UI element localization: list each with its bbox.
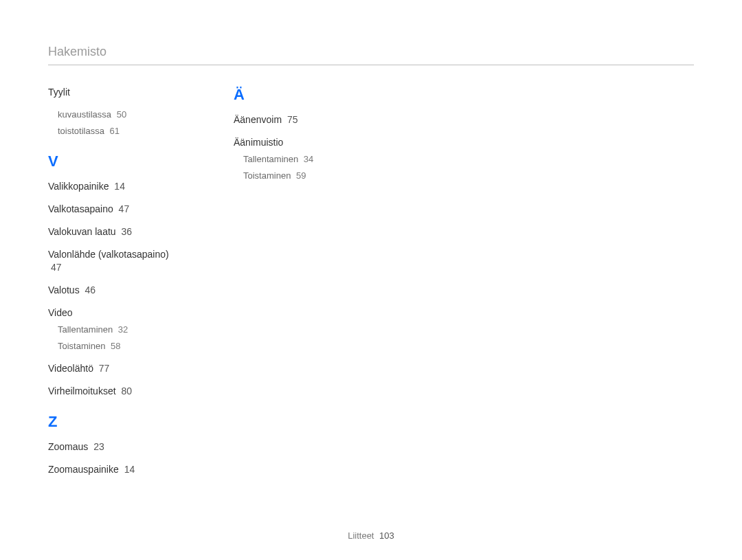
- entry-zoomauspainike: Zoomauspainike 14: [48, 463, 179, 476]
- sub-label: kuvaustilassa: [58, 109, 111, 120]
- entry-page: 36: [121, 226, 132, 237]
- sub-page: 58: [111, 341, 120, 351]
- sub-aani-toistaminen: Toistaminen 59: [243, 170, 364, 182]
- sub-page: 32: [118, 324, 128, 335]
- sub-label: Toistaminen: [58, 341, 105, 351]
- entry-valotus: Valotus 46: [48, 284, 179, 297]
- sub-toistotilassa: toistotilassa 61: [58, 125, 179, 137]
- entry-page: 47: [51, 262, 62, 273]
- sub-video-tallentaminen: Tallentaminen 32: [58, 324, 179, 336]
- footer-label: Liitteet: [348, 530, 374, 541]
- entry-label: Zoomaus: [48, 441, 88, 452]
- entry-label: Äänenvoim: [234, 114, 282, 125]
- entry-tyylit: Tyylit: [48, 86, 179, 99]
- section-letter-a-umlaut: Ä: [234, 86, 364, 104]
- entry-valokuvan-laatu: Valokuvan laatu 36: [48, 225, 179, 238]
- entry-page: 80: [121, 385, 132, 396]
- entry-label: Äänimuistio: [234, 137, 283, 148]
- entry-valonlahde: Valonlähde (valkotasapaino) 47: [48, 248, 179, 274]
- section-letter-v: V: [48, 153, 179, 170]
- sub-label: Tallentaminen: [243, 154, 298, 164]
- entry-video: Video: [48, 306, 179, 320]
- entry-label: Valikkopainike: [48, 181, 109, 192]
- entry-label: Virheilmoitukset: [48, 385, 116, 396]
- sub-aani-tallentaminen: Tallentaminen 34: [243, 153, 364, 166]
- sub-page: 34: [304, 154, 313, 164]
- header-rule: [48, 65, 694, 65]
- entry-label: Videolähtö: [48, 363, 93, 374]
- entry-page: 14: [124, 464, 135, 475]
- entry-page: 77: [99, 363, 110, 374]
- sub-page: 59: [296, 170, 306, 181]
- entry-label: Valotus: [48, 284, 80, 295]
- entry-page: 23: [93, 441, 104, 452]
- sub-kuvaustilassa: kuvaustilassa 50: [58, 109, 179, 121]
- entry-page: 47: [119, 203, 130, 214]
- sub-label: toistotilassa: [58, 126, 104, 136]
- column-1: Tyylit kuvaustilassa 50 toistotilassa 61…: [48, 86, 179, 485]
- entry-aanimuistio: Äänimuistio: [234, 136, 364, 149]
- sub-page: 50: [117, 109, 126, 120]
- page-footer: Liitteet 103: [0, 530, 742, 541]
- entry-valikkopainike: Valikkopainike 14: [48, 180, 179, 193]
- entry-label: Video: [48, 307, 73, 318]
- entry-aanenvoim: Äänenvoim 75: [234, 113, 364, 126]
- page-title: Hakemisto: [48, 45, 694, 59]
- section-letter-z: Z: [48, 413, 179, 431]
- column-2: Ä Äänenvoim 75 Äänimuistio Tallentaminen…: [234, 86, 364, 485]
- index-columns: Tyylit kuvaustilassa 50 toistotilassa 61…: [48, 86, 694, 485]
- entry-label: Zoomauspainike: [48, 464, 119, 475]
- entry-virheilmoitukset: Virheilmoitukset 80: [48, 385, 179, 398]
- entry-zoomaus: Zoomaus 23: [48, 440, 179, 453]
- entry-label: Valokuvan laatu: [48, 226, 116, 237]
- page: Hakemisto Tyylit kuvaustilassa 50 toisto…: [0, 0, 742, 560]
- entry-label: Valkotasapaino: [48, 203, 113, 214]
- sub-label: Toistaminen: [243, 170, 291, 181]
- entry-page: 75: [287, 114, 298, 125]
- footer-page-number: 103: [379, 530, 394, 541]
- sub-page: 61: [110, 126, 120, 136]
- entry-valkotasapaino: Valkotasapaino 47: [48, 203, 179, 216]
- sub-video-toistaminen: Toistaminen 58: [58, 340, 179, 352]
- sub-label: Tallentaminen: [58, 324, 113, 335]
- entry-videolahto: Videolähtö 77: [48, 362, 179, 375]
- entry-label: Valonlähde (valkotasapaino): [48, 249, 169, 260]
- entry-page: 46: [85, 284, 96, 295]
- entry-page: 14: [114, 181, 125, 192]
